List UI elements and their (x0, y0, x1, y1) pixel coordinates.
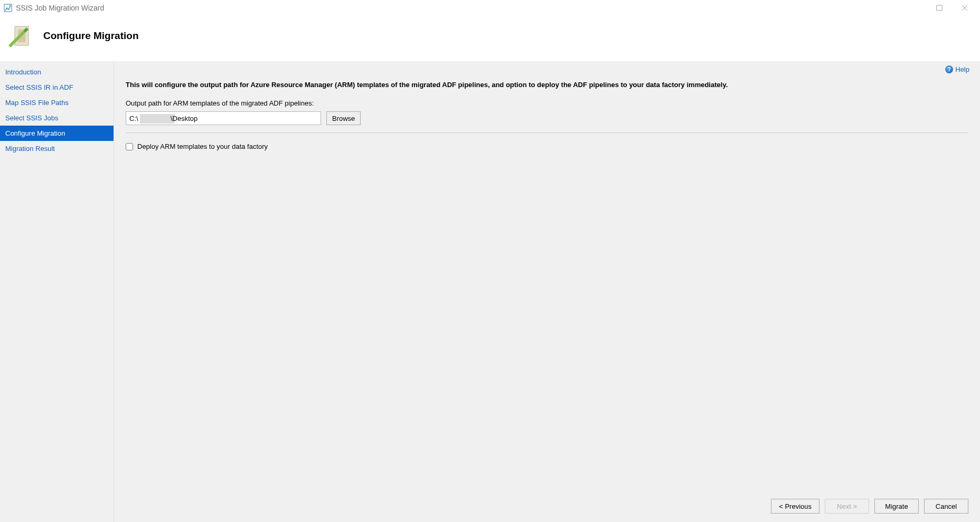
step-migration-result[interactable]: Migration Result (0, 141, 114, 156)
intro-text: This will configure the output path for … (126, 81, 968, 89)
app-icon (3, 3, 13, 13)
step-map-file-paths[interactable]: Map SSIS File Paths (0, 95, 114, 110)
deploy-checkbox-label: Deploy ARM templates to your data factor… (137, 143, 268, 150)
step-configure-migration[interactable]: Configure Migration (0, 126, 114, 141)
help-icon: ? (945, 65, 953, 73)
page-header: Configure Migration (0, 16, 980, 61)
output-path-input[interactable] (126, 111, 321, 125)
help-label: Help (955, 65, 969, 73)
output-path-row: Browse (126, 111, 968, 125)
step-select-ssis-jobs[interactable]: Select SSIS Jobs (0, 110, 114, 126)
window-controls (932, 2, 972, 14)
svg-rect-2 (937, 5, 942, 11)
separator (126, 132, 968, 133)
browse-button[interactable]: Browse (326, 111, 361, 125)
main-content: ? Help This will configure the output pa… (114, 61, 980, 522)
output-path-label: Output path for ARM templates of the mig… (126, 99, 968, 107)
step-select-ssis-ir[interactable]: Select SSIS IR in ADF (0, 80, 114, 95)
wizard-footer: < Previous Next > Migrate Cancel (123, 491, 972, 522)
deploy-checkbox[interactable] (126, 143, 133, 150)
page-title: Configure Migration (43, 30, 138, 42)
window-title: SSIS Job Migration Wizard (16, 4, 932, 12)
help-link[interactable]: ? Help (945, 65, 969, 73)
next-button: Next > (825, 499, 869, 514)
wizard-icon (6, 21, 36, 51)
step-introduction[interactable]: Introduction (0, 64, 114, 80)
cancel-button[interactable]: Cancel (924, 499, 968, 514)
wizard-steps-sidebar: Introduction Select SSIS IR in ADF Map S… (0, 61, 114, 522)
titlebar: SSIS Job Migration Wizard (0, 0, 980, 16)
close-icon[interactable] (958, 2, 972, 14)
deploy-checkbox-row[interactable]: Deploy ARM templates to your data factor… (126, 143, 968, 150)
previous-button[interactable]: < Previous (771, 499, 819, 514)
help-row: ? Help (123, 62, 972, 81)
migrate-button[interactable]: Migrate (874, 499, 919, 514)
maximize-icon[interactable] (932, 2, 946, 14)
wizard-body: Introduction Select SSIS IR in ADF Map S… (0, 61, 980, 522)
svg-point-1 (10, 5, 11, 6)
